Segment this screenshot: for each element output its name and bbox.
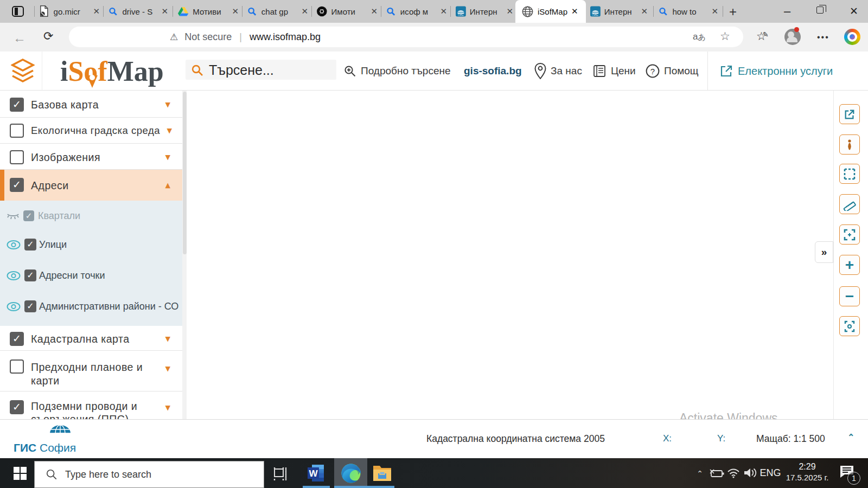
svg-text:ГИС: ГИС [592, 13, 598, 16]
svg-text:W: W [309, 468, 318, 479]
svg-text:?: ? [650, 67, 655, 76]
svg-text:ГИС: ГИС [458, 13, 463, 16]
